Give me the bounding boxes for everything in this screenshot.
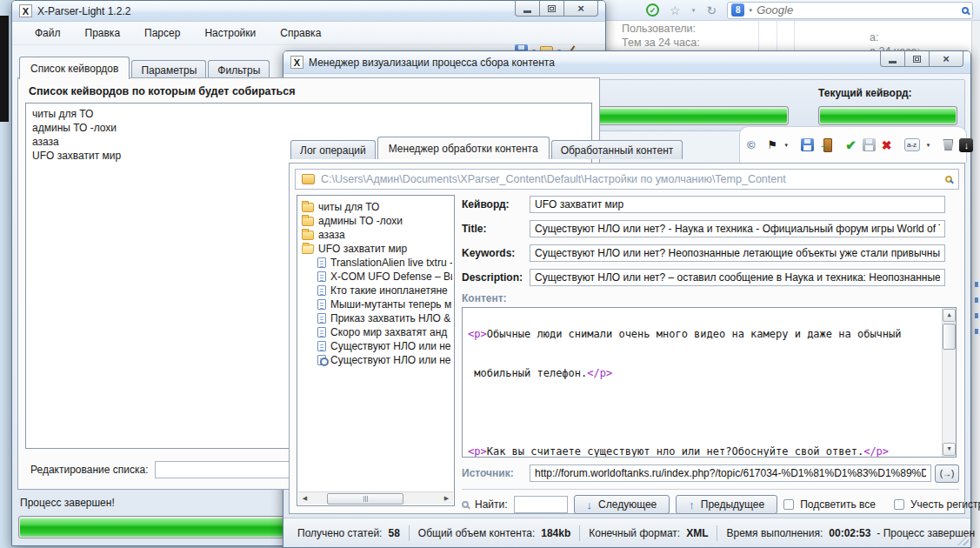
content-line: <p>Как вы считаете существуют нло или не… [468,445,937,458]
parser-window-title: X-Parser-Light 1.2.2 [37,5,130,17]
menu-help[interactable]: Справка [270,24,331,42]
reload-icon[interactable]: ↻ [707,4,717,17]
keyword-item[interactable]: админы ТО -лохи [32,121,585,135]
description-field-input[interactable] [530,269,945,286]
close-button[interactable]: × [563,1,598,17]
match-case-label: Учесть регистр [910,498,980,511]
folder-icon [302,174,315,184]
parser-titlebar[interactable]: X X-Parser-Light 1.2.2 × [12,1,605,22]
manager-titlebar[interactable]: X Менеджер визуализации процесса сбора к… [283,51,970,74]
tab-keywords-list[interactable]: Список кейвордов [19,57,130,79]
apply-check-icon[interactable]: ✔ [845,137,857,153]
keyword-item[interactable]: читы для ТО [32,107,585,121]
tab-filters[interactable]: Фильтры [208,60,270,79]
path-bar[interactable]: C:\Users\Админ\Documents\XParser_Content… [295,169,959,190]
flag-icon[interactable]: ⚑ [768,138,778,151]
keyword-field-input[interactable] [530,196,945,213]
highlight-all-label: Подсветить все [800,498,876,511]
document-icon [317,341,326,351]
tree-article[interactable]: X-COM UFO Defense – Ви [302,270,452,284]
sort-menu-caret-icon[interactable]: ▼ [926,143,931,148]
trash-icon[interactable] [943,139,953,150]
tree-article[interactable]: Существуют НЛО или не [302,339,452,353]
title-field-input[interactable] [530,220,945,237]
tab-processed-content[interactable]: Обработанный контент [551,140,683,159]
edit-list-label: Редактирование списка: [30,464,148,476]
content-line: <p>Обычные люди снимали очень много виде… [468,328,937,341]
content-editor[interactable]: <p>Обычные люди снимали очень много виде… [462,307,957,458]
export-icon[interactable]: ↓ [959,138,973,152]
menu-edit[interactable]: Правка [75,24,131,42]
tab-content-manager[interactable]: Менеджер обработки контента [377,137,550,159]
menu-file[interactable]: Файл [24,24,71,42]
tree-horizontal-scrollbar[interactable]: ◀ ▶ [298,491,453,505]
tree-article-selected[interactable]: Существуют НЛО или не [302,353,452,367]
tab-operations-log[interactable]: Лог операций [290,140,376,159]
tree-article[interactable]: Приказ захватить НЛО & [302,311,452,325]
document-icon [317,285,326,296]
save-disabled-icon [863,138,876,151]
site-check-icon[interactable]: ✓ [646,3,659,17]
tree-article[interactable]: Скоро мир захватят анд [302,325,452,339]
scroll-right-icon[interactable]: ▶ [440,492,453,505]
browser-search-input[interactable] [757,3,958,17]
menu-parser[interactable]: Парсер [134,24,190,42]
sort-az-icon[interactable]: a-z [904,138,920,151]
source-url-input[interactable] [530,464,931,482]
menu-settings[interactable]: Настройки [194,24,266,42]
browser-scrollbar[interactable] [971,21,980,548]
document-icon [317,271,326,282]
scroll-marker [975,313,978,318]
background-window-edge [0,16,9,122]
copyright-icon[interactable]: © [747,138,756,151]
find-input[interactable] [514,496,568,513]
flag-menu-caret-icon[interactable]: ▼ [783,143,789,148]
current-keyword-label: Текущий кейворд: [818,87,912,99]
scroll-marker [975,282,978,287]
tree-article[interactable]: TranslationAlien live txtru - [302,256,452,270]
manager-toolbar: © ⚑ ▼ ✔ ✖ a-z ▼ ↓ ▼ [739,126,967,163]
tree-folder[interactable]: читы для ТО [302,200,452,214]
description-field-label: Description: [462,271,530,284]
scroll-left-icon[interactable]: ◀ [298,492,311,505]
search-magnifier-icon[interactable] [962,7,969,14]
engine-chevron-icon[interactable]: ▼ [748,8,753,13]
browser-search-box[interactable]: 8 ▼ [727,2,973,19]
close-button[interactable]: × [929,51,963,67]
desktop: ✓ ☆ ▼ ↻ 8 ▼ Пользователи: Тем за 24 часа… [0,0,980,548]
find-label: Найти: [475,498,508,511]
minimize-button[interactable] [880,51,905,67]
search-engine-icon[interactable]: 8 [731,3,744,17]
scroll-down-icon[interactable]: ▼ [943,443,956,456]
bookmark-star-icon[interactable]: ☆ [670,4,681,17]
path-magnifier-icon[interactable] [945,176,952,183]
find-next-button[interactable]: ↓ Следующее [574,495,670,514]
scroll-thumb[interactable] [943,324,956,350]
scroll-thumb[interactable] [327,493,403,505]
content-tree[interactable]: читы для ТО админы ТО -лохи азаза UFO за… [297,195,455,506]
tree-folder-open[interactable]: UFO захватит мир [302,242,452,256]
maximize-button[interactable] [904,51,930,67]
chevron-down-icon[interactable]: ▼ [691,8,697,13]
maximize-button[interactable] [539,1,564,17]
open-source-button[interactable]: (→) [935,464,959,483]
content-vertical-scrollbar[interactable]: ▲ ▼ [942,308,956,457]
save-icon[interactable] [801,138,814,151]
find-bar: Найти: ↓ Следующее ↑ Предыдущее Подсвети… [462,495,959,514]
status-format: Конечный формат:XML [580,525,717,541]
tree-folder[interactable]: азаза [302,228,452,242]
match-case-checkbox[interactable] [894,499,904,510]
open-folder-icon [302,244,315,254]
minimize-button[interactable] [515,1,540,17]
tree-article[interactable]: Кто такие инопланетяне [302,284,452,297]
highlight-all-checkbox[interactable] [783,499,794,510]
scroll-up-icon[interactable]: ▲ [943,309,956,322]
tree-article[interactable]: Мыши-мутанты теперь м [302,297,452,311]
current-keyword-progress-bar [818,106,957,125]
find-previous-button[interactable]: ↑ Предыдущее [676,495,777,514]
keywords-field-input[interactable] [530,244,945,262]
tab-parameters[interactable]: Параметры [131,60,206,79]
delete-x-icon[interactable]: ✖ [882,138,892,152]
exit-door-icon[interactable] [820,138,833,151]
tree-folder[interactable]: админы ТО -лохи [302,214,452,228]
